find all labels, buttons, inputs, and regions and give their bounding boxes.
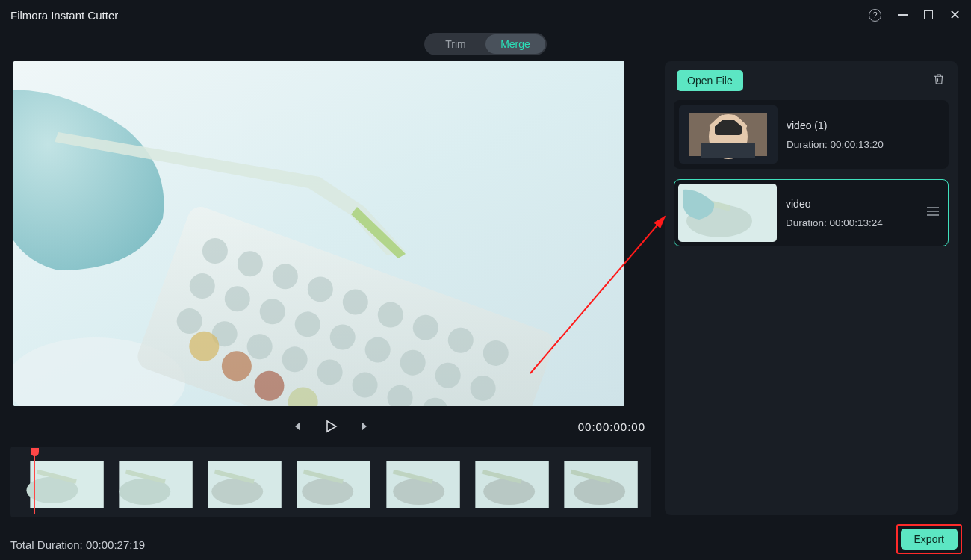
svg-point-46	[303, 479, 354, 505]
clip-name: video (1)	[787, 119, 884, 131]
svg-point-52	[483, 479, 535, 505]
timeline-thumb	[469, 461, 555, 508]
mode-segmented: Trim Merge	[424, 33, 547, 55]
open-file-button[interactable]: Open File	[677, 70, 743, 91]
clip-sidebar: Open File video (1) Duration: 00:00:13:2…	[665, 61, 958, 515]
clip-info: video (1) Duration: 00:00:13:20	[787, 119, 884, 150]
tab-trim[interactable]: Trim	[426, 34, 486, 54]
sidebar-header: Open File	[674, 70, 949, 91]
main-content: 00:00:00:00 Open File	[0, 61, 971, 517]
timeline-thumb	[202, 461, 288, 508]
next-frame-icon[interactable]	[359, 420, 372, 433]
window-controls: ? ✕	[869, 8, 961, 22]
tab-merge[interactable]: Merge	[486, 34, 545, 54]
timeline-thumbnails	[24, 461, 644, 508]
clip-card[interactable]: video Duration: 00:00:13:24	[674, 179, 949, 246]
tabs-row: Trim Merge	[0, 33, 971, 55]
left-column: 00:00:00:00	[10, 61, 651, 517]
timeline-thumb	[24, 461, 110, 508]
footer: Total Duration: 00:00:27:19	[0, 529, 971, 560]
prev-frame-icon[interactable]	[290, 420, 303, 433]
svg-point-55	[574, 479, 625, 505]
clip-thumbnail	[678, 184, 777, 242]
timeline[interactable]	[10, 447, 651, 517]
timeline-thumb	[558, 461, 644, 508]
clip-info: video Duration: 00:00:13:24	[786, 198, 883, 228]
timeline-thumb	[291, 461, 376, 508]
export-button[interactable]: Export	[901, 529, 958, 550]
svg-rect-61	[701, 143, 755, 158]
minimize-icon[interactable]	[898, 14, 908, 16]
maximize-icon[interactable]	[924, 10, 933, 19]
timeline-thumb	[113, 461, 199, 508]
svg-point-43	[212, 479, 264, 505]
player-controls: 00:00:00:00	[10, 408, 651, 445]
delete-icon[interactable]	[932, 72, 946, 89]
svg-point-49	[393, 479, 444, 505]
app-title: Filmora Instant Cutter	[10, 9, 118, 22]
help-icon[interactable]: ?	[869, 9, 881, 22]
timeline-thumb	[380, 461, 466, 508]
clip-name: video	[786, 198, 883, 210]
current-timecode: 00:00:00:00	[578, 420, 645, 433]
clip-thumbnail	[679, 105, 778, 164]
clip-card[interactable]: video (1) Duration: 00:00:13:20	[674, 100, 949, 169]
clip-duration: Duration: 00:00:13:24	[786, 217, 883, 228]
clip-duration: Duration: 00:00:13:20	[787, 139, 884, 150]
titlebar: Filmora Instant Cutter ? ✕	[0, 0, 971, 30]
close-icon[interactable]: ✕	[949, 8, 961, 22]
video-preview[interactable]	[13, 61, 624, 406]
play-icon[interactable]	[324, 420, 338, 433]
playhead[interactable]	[34, 449, 35, 514]
export-highlight: Export	[896, 524, 962, 554]
total-duration-label: Total Duration: 00:00:27:19	[10, 538, 145, 551]
drag-handle-icon[interactable]	[927, 206, 939, 220]
